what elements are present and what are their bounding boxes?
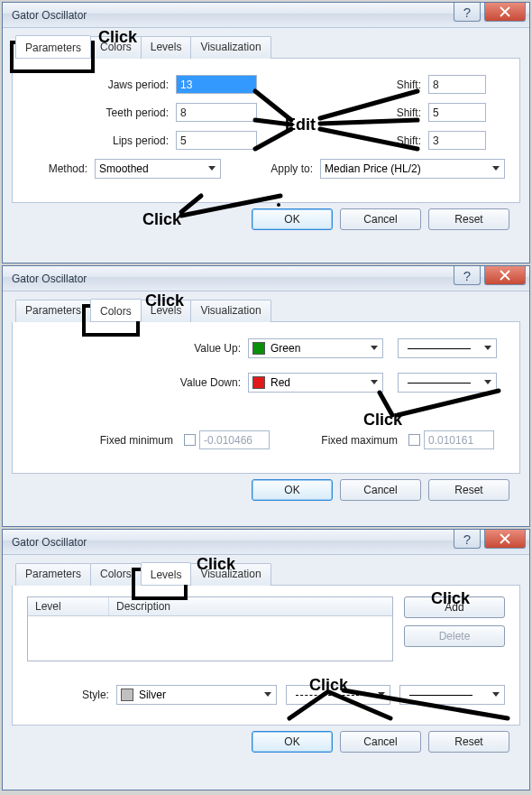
gator-dialog-colors: Gator Oscillator ? Parameters Colors Lev… [2,265,530,527]
line-preview [408,383,471,384]
tab-visualization[interactable]: Visualization [190,36,271,59]
lips-period-input[interactable] [176,131,257,150]
teeth-period-label: Teeth period: [27,106,176,119]
teeth-shift-input[interactable] [428,103,486,122]
close-icon [500,533,510,544]
teeth-period-input[interactable] [176,103,257,122]
value-up-color-select[interactable]: Green [248,338,383,358]
ok-button[interactable]: OK [252,731,333,753]
close-button[interactable] [484,530,526,549]
tab-parameters[interactable]: Parameters [15,563,91,586]
tab-bar: Parameters Colors Levels Visualization [15,562,520,586]
titlebar[interactable]: Gator Oscillator ? [3,266,529,291]
titlebar[interactable]: Gator Oscillator ? [3,530,529,555]
tab-colors[interactable]: Colors [90,36,142,59]
tab-bar: Parameters Colors Levels Visualization [15,35,520,59]
tab-parameters[interactable]: Parameters [15,300,91,322]
help-button[interactable]: ? [454,3,481,22]
tab-levels[interactable]: Levels [141,300,192,322]
lips-shift-label: Shift: [257,134,428,147]
gator-dialog-levels: Gator Oscillator ? Parameters Colors Lev… [2,529,530,790]
close-icon [500,270,510,281]
chevron-down-icon [484,380,491,384]
tab-content: Value Up: Green Value Down: Red [12,322,520,474]
reset-button[interactable]: Reset [428,731,509,753]
tab-levels[interactable]: Levels [141,562,192,585]
chevron-down-icon [492,166,500,171]
jaws-shift-label: Shift: [257,79,428,91]
tab-levels[interactable]: Levels [141,36,192,59]
teeth-shift-label: Shift: [257,106,428,119]
chevron-down-icon [484,346,491,350]
method-label: Method: [27,162,95,175]
levels-listview[interactable]: Level Description [27,596,393,661]
color-swatch-red [252,376,265,389]
style-color-select[interactable]: Silver [116,685,277,705]
apply-to-label: Apply to: [221,162,320,175]
tab-parameters[interactable]: Parameters [15,35,91,58]
color-swatch-silver [121,689,133,701]
jaws-period-label: Jaws period: [27,79,176,91]
fixed-min-checkbox[interactable] [184,434,196,446]
apply-to-select[interactable]: Median Price (HL/2) [320,159,505,179]
tab-content: Jaws period: Shift: Teeth period: Shift:… [12,59,520,203]
value-up-line-select[interactable] [398,338,497,358]
col-level[interactable]: Level [28,597,109,615]
fixed-min-label: Fixed minimum [27,434,180,447]
col-description[interactable]: Description [109,597,392,615]
cancel-button[interactable]: Cancel [340,479,421,501]
window-title: Gator Oscillator [12,9,87,22]
list-header: Level Description [28,597,392,616]
jaws-period-input[interactable] [176,75,257,94]
tab-colors[interactable]: Colors [90,299,142,321]
tab-visualization[interactable]: Visualization [190,563,271,586]
fixed-max-label: Fixed maximum [270,434,405,447]
style-label: Style: [27,689,116,701]
tab-content: Level Description Add Delete Style: Silv… [12,586,520,726]
chevron-down-icon [371,380,378,384]
titlebar[interactable]: Gator Oscillator ? [3,3,529,28]
reset-button[interactable]: Reset [428,479,509,501]
tab-bar: Parameters Colors Levels Visualization [15,299,520,322]
value-down-label: Value Down: [27,376,248,389]
style-width-select[interactable] [399,685,505,705]
add-button[interactable]: Add [404,596,505,618]
fixed-min-input [199,430,270,449]
chevron-down-icon [208,166,216,171]
value-up-label: Value Up: [27,342,248,355]
close-icon [500,6,510,17]
chevron-down-icon [371,346,378,350]
style-line-select[interactable] [286,685,391,705]
window-title: Gator Oscillator [12,536,87,549]
chevron-down-icon [492,692,500,697]
color-swatch-green [252,342,265,355]
reset-button[interactable]: Reset [428,208,509,230]
cancel-button[interactable]: Cancel [340,208,421,230]
window-title: Gator Oscillator [12,273,87,285]
ok-button[interactable]: OK [252,479,333,501]
line-preview [408,348,471,349]
fixed-max-input [424,430,494,449]
tab-colors[interactable]: Colors [90,563,142,586]
chevron-down-icon [378,692,385,697]
value-down-color-select[interactable]: Red [248,373,383,393]
cancel-button[interactable]: Cancel [340,731,421,753]
value-down-line-select[interactable] [398,373,497,393]
gator-dialog-parameters: Gator Oscillator ? Parameters Colors Lev… [2,2,530,263]
ok-button[interactable]: OK [252,208,333,230]
help-button[interactable]: ? [454,266,481,285]
close-button[interactable] [484,266,526,285]
close-button[interactable] [484,3,526,22]
lips-shift-input[interactable] [428,131,486,150]
help-button[interactable]: ? [454,530,481,549]
method-select[interactable]: Smoothed [95,159,221,179]
chevron-down-icon [264,692,271,697]
lips-period-label: Lips period: [27,134,176,147]
delete-button: Delete [404,625,505,647]
fixed-max-checkbox[interactable] [408,434,420,446]
jaws-shift-input[interactable] [428,75,486,94]
line-preview [296,695,359,696]
tab-visualization[interactable]: Visualization [190,300,271,322]
line-preview [409,695,472,696]
